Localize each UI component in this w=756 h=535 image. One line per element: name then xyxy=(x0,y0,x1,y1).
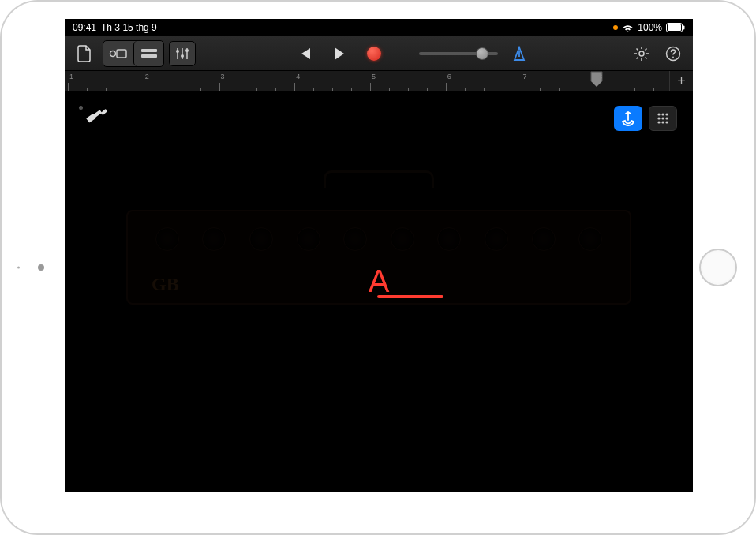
ruler-subtick xyxy=(200,88,201,91)
svg-point-16 xyxy=(665,113,668,115)
ruler-subtick xyxy=(313,88,314,91)
ruler-subtick xyxy=(503,88,503,91)
instrument-view: GB A xyxy=(65,92,693,492)
ruler-subtick xyxy=(106,88,107,91)
ruler-bar-label: 5 xyxy=(372,73,376,80)
ruler-subtick xyxy=(484,88,485,91)
amp-background: GB xyxy=(110,186,647,423)
settings-button[interactable] xyxy=(628,41,655,66)
ruler-subtick xyxy=(256,88,257,91)
svg-rect-2 xyxy=(683,26,685,30)
ruler-subtick xyxy=(634,88,635,91)
ruler-subtick xyxy=(275,88,276,91)
svg-point-3 xyxy=(110,51,116,56)
svg-point-10 xyxy=(639,51,644,56)
svg-point-22 xyxy=(665,121,668,123)
ruler-bar-label: 8 xyxy=(598,73,602,80)
ruler-subtick xyxy=(540,88,541,91)
ruler-subtick xyxy=(389,88,390,91)
plus-icon: + xyxy=(677,73,686,89)
record-button[interactable] xyxy=(361,41,387,66)
ruler-tick xyxy=(294,83,295,91)
svg-point-9 xyxy=(185,49,189,52)
svg-point-20 xyxy=(657,121,660,123)
tracks-view-button[interactable] xyxy=(133,41,163,66)
ruler-subtick xyxy=(653,88,654,91)
ruler-tick xyxy=(522,83,522,91)
ruler-subtick xyxy=(427,88,428,91)
home-button[interactable] xyxy=(699,249,737,286)
svg-point-15 xyxy=(661,113,664,115)
svg-point-8 xyxy=(181,54,184,58)
amp-logo: GB xyxy=(152,274,179,295)
ruler-tick xyxy=(68,83,69,91)
screen: 09:41 Th 3 15 thg 9 100% xyxy=(65,19,693,492)
ruler-tick xyxy=(219,83,220,91)
ruler-subtick xyxy=(351,88,352,91)
status-time: 09:41 xyxy=(73,22,96,33)
master-volume-slider[interactable] xyxy=(419,52,498,55)
ruler-subtick xyxy=(238,88,238,91)
ruler-subtick xyxy=(578,88,578,91)
ruler-bar-label: 2 xyxy=(145,73,149,80)
ipad-frame: 09:41 Th 3 15 thg 9 100% xyxy=(0,0,756,535)
input-signal-dot xyxy=(79,106,83,110)
svg-rect-13 xyxy=(101,109,108,115)
ruler-bar-label: 3 xyxy=(221,73,225,80)
ambient-sensor xyxy=(17,267,20,269)
ruler-bar-label: 7 xyxy=(523,73,527,80)
toolbar xyxy=(65,36,693,71)
tuner-view-button[interactable] xyxy=(614,106,642,131)
volume-knob[interactable] xyxy=(476,47,488,60)
ruler-subtick xyxy=(408,88,409,91)
svg-point-7 xyxy=(176,50,179,53)
svg-point-12 xyxy=(672,56,674,58)
status-bar: 09:41 Th 3 15 thg 9 100% xyxy=(65,19,693,36)
record-icon xyxy=(367,47,381,61)
ruler-subtick xyxy=(87,88,88,91)
browser-button[interactable] xyxy=(103,41,133,66)
svg-rect-4 xyxy=(117,50,126,58)
add-section-button[interactable]: + xyxy=(669,71,693,91)
ruler-subtick xyxy=(616,88,616,91)
ruler-subtick xyxy=(163,88,163,91)
svg-point-17 xyxy=(657,117,660,119)
svg-rect-5 xyxy=(141,49,157,52)
input-jack-button[interactable] xyxy=(85,109,109,126)
play-button[interactable] xyxy=(326,41,353,66)
track-controls-button[interactable] xyxy=(169,41,196,66)
status-date: Th 3 15 thg 9 xyxy=(101,22,157,33)
ruler-tick xyxy=(446,83,447,91)
ruler-bar-label: 1 xyxy=(69,73,73,80)
wifi-icon xyxy=(622,24,634,32)
ruler-subtick xyxy=(559,88,560,91)
ruler-subtick xyxy=(182,88,182,91)
help-button[interactable] xyxy=(660,41,687,66)
tuner-note-display: A xyxy=(369,264,390,299)
svg-rect-6 xyxy=(141,54,157,58)
metronome-button[interactable] xyxy=(506,41,533,66)
ruler-subtick xyxy=(332,88,333,91)
tuner-pitch-indicator xyxy=(377,295,443,298)
battery-icon xyxy=(666,23,685,32)
ruler-tick xyxy=(597,83,597,91)
svg-point-19 xyxy=(665,117,668,119)
ruler-subtick xyxy=(125,88,125,91)
ruler-bar-label: 4 xyxy=(296,73,300,80)
svg-point-21 xyxy=(661,121,664,123)
timeline-ruler[interactable]: 12345678 + xyxy=(65,71,693,92)
ruler-tick xyxy=(144,83,144,91)
front-camera xyxy=(38,264,44,271)
my-songs-button[interactable] xyxy=(71,41,98,66)
battery-percent: 100% xyxy=(638,22,662,33)
svg-point-14 xyxy=(657,113,660,115)
transport-controls xyxy=(291,41,533,66)
ruler-subtick xyxy=(465,88,466,91)
svg-point-18 xyxy=(661,117,664,119)
go-to-beginning-button[interactable] xyxy=(291,41,318,66)
ruler-tick xyxy=(370,83,371,91)
svg-rect-1 xyxy=(668,24,681,31)
amp-view-button[interactable] xyxy=(649,106,677,131)
ruler-bar-label: 6 xyxy=(447,73,451,80)
recording-indicator-dot xyxy=(613,25,618,30)
